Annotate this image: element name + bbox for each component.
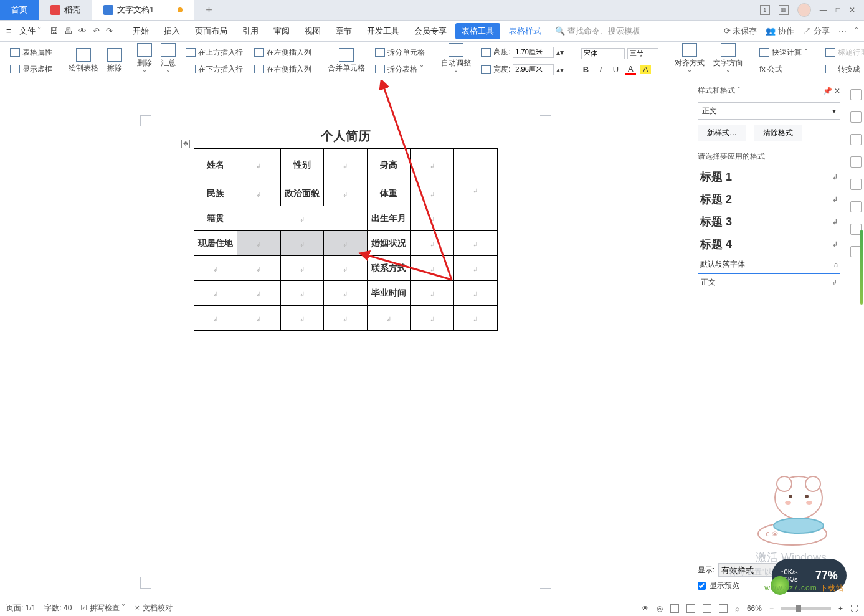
view-mode-1-icon[interactable] bbox=[670, 604, 679, 613]
table-cell[interactable]: ↲ bbox=[411, 306, 454, 331]
title-row-button[interactable]: 标题行重 bbox=[824, 46, 864, 59]
share-button[interactable]: ↗ 分享 bbox=[803, 26, 830, 37]
align-button[interactable]: 对齐方式˅ bbox=[671, 43, 708, 78]
table-cell[interactable]: ↲ bbox=[280, 306, 324, 331]
current-style-select[interactable]: 正文▾ bbox=[698, 102, 840, 120]
table-cell[interactable]: 性别 bbox=[280, 149, 324, 181]
table-cell[interactable]: ↲ bbox=[367, 306, 411, 331]
table-cell[interactable]: ↲ bbox=[411, 181, 454, 206]
scroll-indicator[interactable] bbox=[860, 230, 863, 305]
width-input[interactable] bbox=[513, 64, 554, 75]
table-cell[interactable]: ↲ bbox=[453, 231, 497, 256]
table-cell[interactable]: ↲ bbox=[237, 181, 281, 206]
document-title[interactable]: 个人简历 bbox=[109, 128, 582, 145]
menu-table-style[interactable]: 表格样式 bbox=[503, 22, 548, 40]
menu-reference[interactable]: 引用 bbox=[236, 22, 265, 40]
convert-button[interactable]: 转换成 bbox=[824, 63, 864, 76]
table-cell[interactable]: 婚姻状况 bbox=[367, 231, 411, 256]
delete-button[interactable]: 删除˅ bbox=[133, 43, 156, 78]
split-table-button[interactable]: 拆分表格˅ bbox=[374, 63, 426, 76]
table-cell[interactable]: 联系方式 bbox=[367, 256, 411, 281]
underline-button[interactable]: U bbox=[610, 65, 621, 74]
window-maximize-icon[interactable]: □ bbox=[836, 6, 840, 14]
font-name-select[interactable] bbox=[581, 48, 625, 59]
table-cell[interactable]: ↲ bbox=[324, 149, 368, 181]
table-cell[interactable]: ↲ bbox=[280, 281, 324, 306]
table-cell[interactable]: ↲ bbox=[411, 206, 454, 231]
table-cell[interactable]: ↲ bbox=[280, 256, 324, 281]
mascot-icon[interactable]: ᴄ ❀ bbox=[746, 467, 839, 547]
status-words[interactable]: 字数: 40 bbox=[44, 603, 72, 614]
strip-target-icon[interactable] bbox=[850, 224, 862, 235]
height-input[interactable] bbox=[513, 47, 554, 58]
undo-icon[interactable]: ↶ bbox=[93, 26, 100, 36]
text-direction-button[interactable]: 文字方向˅ bbox=[710, 43, 747, 78]
auto-adjust-button[interactable]: 自动调整˅ bbox=[437, 43, 475, 78]
status-page[interactable]: 页面: 1/1 bbox=[6, 603, 36, 614]
tab-add[interactable]: + bbox=[194, 0, 224, 20]
table-cell[interactable]: ↲ bbox=[453, 306, 497, 331]
user-avatar[interactable] bbox=[797, 3, 811, 17]
menu-table-tools[interactable]: 表格工具 bbox=[455, 23, 500, 39]
target-icon[interactable]: ◎ bbox=[657, 604, 663, 613]
window-close-icon[interactable]: ✕ bbox=[849, 6, 855, 14]
table-cell[interactable]: 毕业时间 bbox=[367, 281, 411, 306]
window-minimize-icon[interactable]: — bbox=[820, 6, 827, 14]
unsaved-button[interactable]: ⟳ 未保存 bbox=[724, 26, 757, 37]
table-cell-selected[interactable]: ↲ bbox=[324, 231, 368, 256]
table-cell[interactable]: ↲ bbox=[194, 256, 237, 281]
coop-button[interactable]: 👥 协作 bbox=[766, 26, 794, 37]
italic-button[interactable]: I bbox=[595, 65, 606, 74]
highlight-button[interactable]: A bbox=[640, 65, 651, 74]
view-mode-4-icon[interactable] bbox=[719, 604, 728, 613]
strip-more-icon[interactable] bbox=[850, 246, 862, 257]
menu-member[interactable]: 会员专享 bbox=[408, 22, 453, 40]
quick-calc-button[interactable]: 快速计算˅ bbox=[758, 46, 809, 59]
zoom-in-icon[interactable]: + bbox=[838, 604, 843, 613]
erase-button[interactable]: 擦除 bbox=[103, 48, 126, 73]
zoom-value[interactable]: 66% bbox=[747, 604, 762, 613]
table-cell[interactable]: 出生年月 bbox=[367, 206, 411, 231]
eye-icon[interactable]: 👁 bbox=[642, 604, 649, 613]
menu-layout[interactable]: 页面布局 bbox=[189, 22, 234, 40]
insert-col-left-button[interactable]: 在左侧插入列 bbox=[253, 46, 313, 59]
print-icon[interactable]: 🖶 bbox=[64, 26, 72, 36]
table-cell-selected[interactable]: ↲ bbox=[237, 231, 281, 256]
menu-view[interactable]: 视图 bbox=[298, 22, 327, 40]
style-heading4[interactable]: 标题 4↲ bbox=[698, 233, 840, 255]
strip-wand-icon[interactable] bbox=[850, 89, 862, 100]
table-cell[interactable]: ↲ bbox=[237, 149, 281, 181]
table-move-handle-icon[interactable]: ✥ bbox=[181, 140, 190, 148]
status-proofread[interactable]: ☒ 文档校对 bbox=[134, 603, 173, 614]
table-cell[interactable]: ↲ bbox=[411, 231, 454, 256]
hamburger-icon[interactable]: ≡ bbox=[6, 26, 11, 36]
menu-start[interactable]: 开始 bbox=[126, 22, 155, 40]
show-border-button[interactable]: 显示虚框 bbox=[9, 63, 54, 76]
table-cell[interactable]: ↲ bbox=[324, 256, 368, 281]
apps-grid-icon[interactable]: ▦ bbox=[779, 5, 789, 15]
file-menu[interactable]: 文件 ˅ bbox=[14, 22, 48, 40]
style-body-selected[interactable]: 正文↲ bbox=[698, 273, 840, 291]
menu-insert[interactable]: 插入 bbox=[158, 22, 186, 40]
table-cell[interactable]: 身高 bbox=[367, 149, 411, 181]
style-default-font[interactable]: 默认段落字体a bbox=[698, 255, 840, 273]
command-search[interactable]: 🔍 查找命令、搜索模板 bbox=[555, 26, 640, 37]
table-cell[interactable]: ↲ bbox=[453, 149, 497, 231]
tab-document[interactable]: 文字文稿1 bbox=[92, 0, 194, 20]
table-cell[interactable]: 体重 bbox=[367, 181, 411, 206]
draw-table-button[interactable]: 绘制表格 bbox=[65, 48, 102, 73]
table-cell[interactable]: 现居住地 bbox=[194, 231, 237, 256]
status-spellcheck[interactable]: ☑ 拼写检查 ˅ bbox=[80, 603, 125, 614]
tab-home[interactable]: 首页 bbox=[0, 0, 39, 20]
save-icon[interactable]: 🖫 bbox=[50, 26, 58, 36]
col-width-field[interactable]: 宽度: ▴▾ bbox=[480, 63, 565, 77]
table-cell[interactable]: ↲ bbox=[194, 281, 237, 306]
table-cell[interactable]: ↲ bbox=[411, 149, 454, 181]
insert-row-below-button[interactable]: 在下方插入行 bbox=[184, 63, 244, 76]
row-height-field[interactable]: 高度: ▴▾ bbox=[480, 45, 565, 59]
style-heading1[interactable]: 标题 1↲ bbox=[698, 166, 840, 188]
menu-review[interactable]: 审阅 bbox=[267, 22, 296, 40]
style-heading2[interactable]: 标题 2↲ bbox=[698, 188, 840, 211]
fullscreen-icon[interactable]: ⛶ bbox=[850, 604, 858, 613]
font-color-button[interactable]: A bbox=[625, 64, 636, 75]
